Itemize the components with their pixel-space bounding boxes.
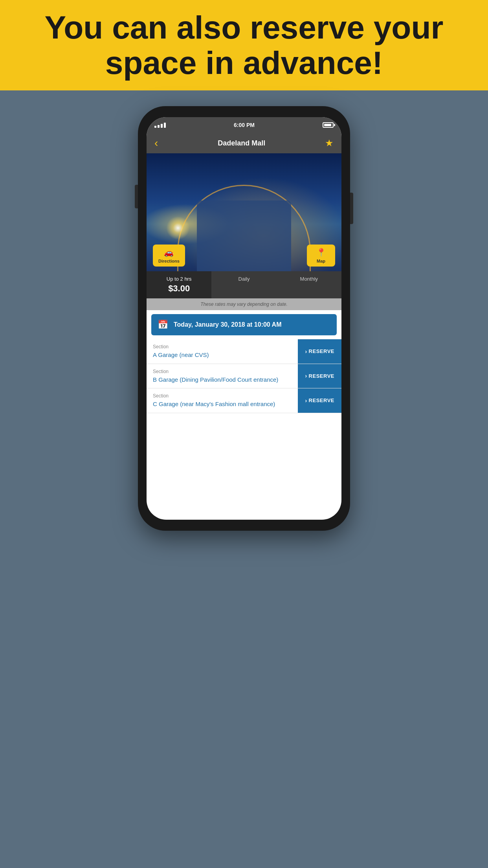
list-item: Section C Garage (near Macy's Fashion ma… — [147, 388, 341, 413]
signal-indicator — [154, 123, 166, 128]
battery-fill — [324, 124, 331, 126]
signal-bar-3 — [161, 124, 163, 128]
tab-label-monthly: Monthly — [280, 276, 338, 282]
light-burst — [166, 216, 190, 240]
hero-image: 🚗 Directions 📍 Map — [147, 153, 341, 271]
battery-indicator — [323, 122, 334, 128]
signal-bar-4 — [164, 123, 166, 128]
chevron-right-icon: › — [305, 373, 307, 379]
rates-tabs: Up to 2 hrs $3.00 Daily Monthly — [147, 271, 341, 298]
back-button[interactable]: ‹ — [154, 137, 158, 149]
car-icon: 🚗 — [164, 248, 174, 257]
banner-text: You can also reserve your space in advan… — [28, 10, 460, 81]
section-b-label: Section — [153, 369, 292, 374]
notice-bar: These rates may vary depending on date. — [147, 298, 341, 310]
section-c-content: Section C Garage (near Macy's Fashion ma… — [147, 388, 298, 413]
section-b-name: B Garage (Dining Pavilion/Food Court ent… — [153, 376, 292, 384]
list-item: Section B Garage (Dining Pavilion/Food C… — [147, 364, 341, 389]
map-button[interactable]: 📍 Map — [307, 245, 335, 267]
section-c-name: C Garage (near Macy's Fashion mall entra… — [153, 400, 292, 408]
signal-bar-1 — [154, 126, 156, 128]
reserve-button-c[interactable]: › RESERVE — [298, 388, 341, 413]
reserve-button-a[interactable]: › RESERVE — [298, 339, 341, 364]
date-text: Today, January 30, 2018 at 10:00 AM — [174, 321, 282, 328]
chevron-right-icon: › — [305, 397, 307, 404]
tab-label-up-to-2hrs: Up to 2 hrs — [150, 276, 208, 282]
signal-bar-2 — [158, 125, 160, 128]
reserve-button-b[interactable]: › RESERVE — [298, 364, 341, 388]
map-label: Map — [317, 259, 325, 263]
calendar-icon: 📅 — [158, 320, 168, 330]
reserve-label-b: RESERVE — [309, 373, 334, 379]
image-actions: 🚗 Directions 📍 Map — [147, 245, 341, 267]
date-selector[interactable]: 📅 Today, January 30, 2018 at 10:00 AM — [151, 314, 337, 335]
section-a-name: A Garage (near CVS) — [153, 351, 292, 359]
nav-bar: ‹ Dadeland Mall ★ — [147, 133, 341, 153]
favorite-button[interactable]: ★ — [325, 138, 334, 149]
map-icon: 📍 — [316, 248, 326, 257]
tab-up-to-2hrs[interactable]: Up to 2 hrs $3.00 — [147, 271, 211, 298]
directions-label: Directions — [158, 259, 180, 263]
battery-icon — [323, 122, 334, 128]
rate-price-up-to-2hrs: $3.00 — [150, 283, 208, 294]
banner: You can also reserve your space in advan… — [0, 0, 488, 90]
phone-screen: 6:00 PM ‹ Dadeland Mall ★ — [147, 117, 341, 520]
status-bar: 6:00 PM — [147, 117, 341, 133]
status-time: 6:00 PM — [234, 122, 255, 128]
phone-shell: 6:00 PM ‹ Dadeland Mall ★ — [138, 106, 350, 531]
section-a-label: Section — [153, 344, 292, 349]
sections-list: Section A Garage (near CVS) › RESERVE Se… — [147, 339, 341, 520]
reserve-label-a: RESERVE — [309, 348, 334, 354]
page-title: Dadeland Mall — [218, 139, 265, 147]
tab-monthly[interactable]: Monthly — [277, 271, 341, 298]
section-b-content: Section B Garage (Dining Pavilion/Food C… — [147, 364, 298, 388]
section-c-label: Section — [153, 393, 292, 399]
tab-label-daily: Daily — [215, 276, 273, 282]
list-item: Section A Garage (near CVS) › RESERVE — [147, 339, 341, 364]
notice-text: These rates may vary depending on date. — [154, 302, 334, 307]
tab-daily[interactable]: Daily — [211, 271, 276, 298]
reserve-label-c: RESERVE — [309, 397, 334, 403]
directions-button[interactable]: 🚗 Directions — [153, 245, 185, 267]
section-a-content: Section A Garage (near CVS) — [147, 339, 298, 364]
chevron-right-icon: › — [305, 348, 307, 355]
